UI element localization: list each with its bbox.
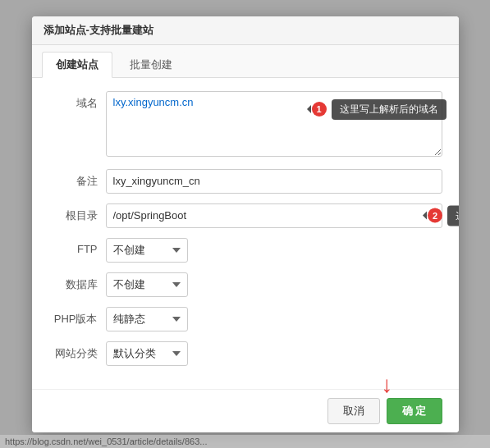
modal-overlay: 添加站点-支持批量建站 创建站点 批量创建 域名 lxy.xingyuncm.c… xyxy=(0,0,490,448)
domain-control-wrap: lxy.xingyuncm.cn 1 这里写上解析后的域名 xyxy=(106,91,442,159)
ftp-control-wrap: 不创建 创建 xyxy=(106,238,442,263)
domain-row: 域名 lxy.xingyuncm.cn 1 这里写上解析后的域名 xyxy=(48,91,442,159)
cancel-button[interactable]: 取消 xyxy=(327,398,380,424)
db-select[interactable]: 不创建 创建 xyxy=(106,272,188,297)
domain-label: 域名 xyxy=(48,91,106,111)
root-label: 根目录 xyxy=(48,203,106,223)
php-control-wrap: 纯静态 PHP56 PHP70 PHP72 xyxy=(106,307,442,331)
modal: 添加站点-支持批量建站 创建站点 批量创建 域名 lxy.xingyuncm.c… xyxy=(32,16,459,432)
root-row: 根目录 2 这里写上对应的jar包路径 xyxy=(48,203,442,228)
root-badge: 2 xyxy=(428,208,442,223)
site-cat-row: 网站分类 默认分类 xyxy=(48,341,442,366)
note-input[interactable] xyxy=(106,169,442,194)
root-input[interactable] xyxy=(106,203,442,228)
domain-tooltip-text: 这里写上解析后的域名 xyxy=(332,99,446,120)
db-row: 数据库 不创建 创建 xyxy=(48,272,442,297)
modal-title: 添加站点-支持批量建站 xyxy=(32,16,459,45)
tab-create[interactable]: 创建站点 xyxy=(42,52,112,78)
ftp-label: FTP xyxy=(48,238,106,255)
php-row: PHP版本 纯静态 PHP56 PHP70 PHP72 xyxy=(48,307,442,331)
url-bar: https://blog.csdn.net/wei_0531/article/d… xyxy=(0,435,490,448)
db-control-wrap: 不创建 创建 xyxy=(106,272,442,297)
site-cat-select[interactable]: 默认分类 xyxy=(106,341,188,366)
db-label: 数据库 xyxy=(48,272,106,292)
tab-batch[interactable]: 批量创建 xyxy=(116,52,186,77)
root-tooltip-text: 这里写上对应的jar包路径 xyxy=(447,205,458,226)
root-tooltip: 2 这里写上对应的jar包路径 xyxy=(428,205,458,226)
note-control-wrap xyxy=(106,169,442,194)
note-row: 备注 xyxy=(48,169,442,194)
arrow-down-icon: ↓ xyxy=(382,373,393,396)
php-select[interactable]: 纯静态 PHP56 PHP70 PHP72 xyxy=(106,307,188,331)
domain-textarea-wrap: lxy.xingyuncm.cn 1 这里写上解析后的域名 xyxy=(106,91,442,159)
site-cat-label: 网站分类 xyxy=(48,341,106,361)
ftp-row: FTP 不创建 创建 xyxy=(48,238,442,263)
php-label: PHP版本 xyxy=(48,307,106,327)
note-label: 备注 xyxy=(48,169,106,189)
site-cat-control-wrap: 默认分类 xyxy=(106,341,442,366)
domain-tooltip: 1 这里写上解析后的域名 xyxy=(312,99,446,120)
ftp-select[interactable]: 不创建 创建 xyxy=(106,238,188,263)
domain-badge: 1 xyxy=(312,102,327,117)
modal-footer: ↓ 取消 确 定 xyxy=(32,389,459,432)
form-body: 域名 lxy.xingyuncm.cn 1 这里写上解析后的域名 备注 xyxy=(32,78,459,389)
confirm-button[interactable]: 确 定 xyxy=(387,398,442,424)
tabs-bar: 创建站点 批量创建 xyxy=(32,45,459,78)
root-control-wrap: 2 这里写上对应的jar包路径 xyxy=(106,203,442,228)
